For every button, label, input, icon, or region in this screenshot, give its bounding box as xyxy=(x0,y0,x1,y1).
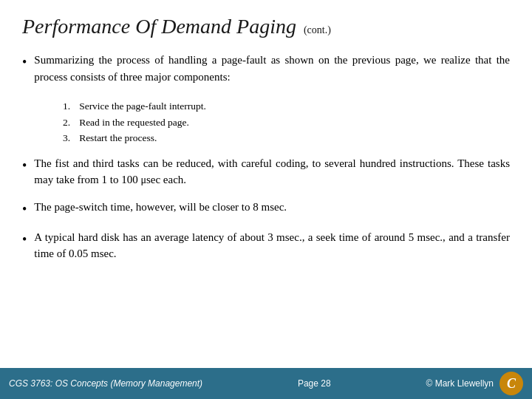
numbered-item-3: 3. Restart the process. xyxy=(63,130,510,146)
footer-copyright: © Mark Llewellyn xyxy=(426,378,494,389)
numbered-item-1: 1. Service the page-fault interrupt. xyxy=(63,98,510,115)
bullet-text-2: The fist and third tasks can be reduced,… xyxy=(34,155,510,188)
footer-logo: C xyxy=(499,372,523,395)
slide-title: Performance Of Demand Paging xyxy=(22,15,296,38)
bullet-dot-1: • xyxy=(22,53,27,72)
footer: CGS 3763: OS Concepts (Memory Management… xyxy=(0,368,532,399)
footer-page: Page 28 xyxy=(298,378,331,389)
bullet-4: • A typical hard disk has an average lat… xyxy=(22,229,510,262)
bullet-3: • The page-switch time, however, will be… xyxy=(22,199,510,219)
title-row: Performance Of Demand Paging (cont.) xyxy=(22,15,510,38)
slide-title-cont: (cont.) xyxy=(304,24,331,36)
bullet-2: • The fist and third tasks can be reduce… xyxy=(22,155,510,188)
numbered-text-1: Service the page-fault interrupt. xyxy=(79,98,206,115)
bullet-text-4: A typical hard disk has an average laten… xyxy=(34,229,510,262)
bullet-text-3: The page-switch time, however, will be c… xyxy=(34,199,287,216)
numbered-text-3: Restart the process. xyxy=(79,130,157,146)
slide-container: Performance Of Demand Paging (cont.) • S… xyxy=(0,0,532,399)
num-2: 2. xyxy=(63,115,70,131)
numbered-text-2: Read in the requested page. xyxy=(79,115,189,131)
num-3: 3. xyxy=(63,130,70,146)
numbered-list: 1. Service the page-fault interrupt. 2. … xyxy=(63,98,510,146)
bullet-text-1: Summarizing the process of handling a pa… xyxy=(34,52,510,85)
footer-right: © Mark Llewellyn C xyxy=(426,372,523,395)
footer-course: CGS 3763: OS Concepts (Memory Management… xyxy=(9,378,202,389)
bullet-dot-4: • xyxy=(22,231,27,249)
numbered-item-2: 2. Read in the requested page. xyxy=(63,115,510,131)
bullet-dot-3: • xyxy=(22,200,27,219)
bullet-dot-2: • xyxy=(22,157,27,175)
bullet-1: • Summarizing the process of handling a … xyxy=(22,52,510,85)
num-1: 1. xyxy=(63,98,70,115)
